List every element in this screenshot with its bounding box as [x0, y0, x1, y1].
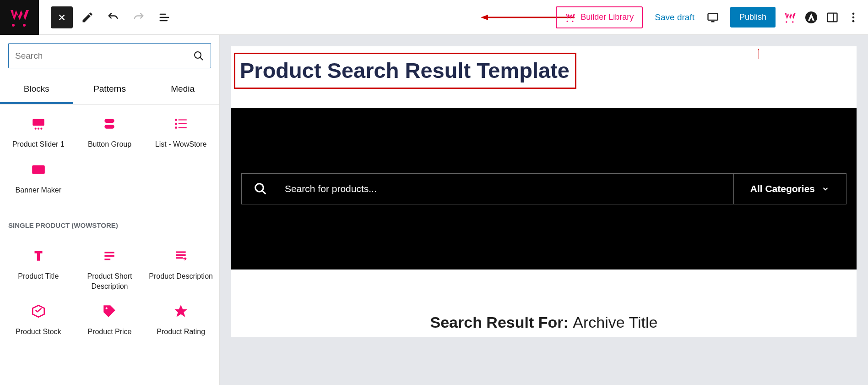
block-inserter-sidebar: Blocks Patterns Media Product Slider 1 B… — [0, 35, 220, 385]
undo-icon[interactable] — [102, 6, 124, 28]
svg-point-34 — [255, 184, 264, 192]
document-outline-icon[interactable] — [153, 6, 175, 28]
svg-point-8 — [852, 20, 855, 22]
svg-rect-2 — [708, 13, 717, 20]
page-title-highlight: Product Search Result Template — [234, 53, 576, 89]
search-icon — [254, 182, 267, 196]
svg-rect-32 — [176, 254, 186, 256]
svg-rect-30 — [105, 259, 111, 260]
block-list-wowstore[interactable]: List - WowStore — [145, 112, 217, 153]
svg-rect-12 — [33, 119, 44, 126]
svg-rect-31 — [176, 252, 186, 253]
block-product-slider-1[interactable]: Product Slider 1 — [3, 112, 74, 153]
svg-point-11 — [195, 52, 201, 58]
builder-library-icon — [565, 12, 576, 23]
top-toolbar: Builder Library Save draft Publish — [0, 0, 868, 35]
rating-icon — [173, 303, 189, 319]
astra-icon[interactable] — [805, 11, 818, 24]
search-icon — [193, 50, 204, 61]
wowstore-pink-icon[interactable] — [784, 11, 797, 24]
stock-icon — [30, 303, 47, 319]
svg-rect-20 — [175, 123, 177, 125]
chevron-down-icon — [821, 185, 830, 193]
publish-button[interactable]: Publish — [730, 7, 776, 28]
svg-rect-4 — [828, 13, 837, 22]
sidebar-toggle-icon[interactable] — [826, 11, 839, 24]
redo-icon[interactable] — [128, 6, 150, 28]
preview-icon[interactable] — [706, 11, 719, 24]
category-dropdown[interactable]: All Categories — [734, 173, 846, 204]
svg-rect-28 — [105, 252, 114, 253]
search-hero-block[interactable]: Search for products... All Categories — [231, 108, 857, 270]
block-product-rating[interactable]: Product Rating — [145, 299, 217, 341]
block-product-stock[interactable]: Product Stock — [3, 299, 74, 341]
builder-library-button[interactable]: Builder Library — [556, 6, 643, 28]
save-draft-button[interactable]: Save draft — [655, 12, 694, 22]
page-title[interactable]: Product Search Result Template — [240, 58, 570, 83]
block-product-short-description[interactable]: Product Short Description — [74, 244, 146, 295]
button-group-icon — [101, 116, 118, 132]
block-banner-maker[interactable]: Banner Maker — [3, 158, 74, 199]
svg-rect-25 — [34, 167, 37, 170]
svg-rect-29 — [105, 255, 114, 257]
svg-rect-33 — [176, 257, 183, 258]
svg-rect-18 — [175, 119, 177, 121]
svg-rect-19 — [179, 119, 187, 120]
svg-point-7 — [852, 16, 855, 18]
banner-icon — [30, 161, 47, 178]
svg-marker-1 — [481, 15, 488, 20]
edit-icon[interactable] — [76, 6, 98, 28]
price-icon — [101, 303, 118, 319]
tab-patterns[interactable]: Patterns — [73, 77, 146, 104]
close-button[interactable] — [51, 6, 73, 28]
svg-point-15 — [40, 128, 42, 130]
section-single-product: SINGLE PRODUCT (WOWSTORE) — [0, 209, 219, 236]
block-product-title[interactable]: Product Title — [3, 244, 74, 295]
block-product-price[interactable]: Product Price — [74, 299, 146, 341]
wowstore-logo[interactable] — [0, 0, 39, 35]
svg-rect-21 — [179, 123, 187, 124]
svg-rect-22 — [175, 126, 177, 128]
inserter-tabs: Blocks Patterns Media — [0, 77, 219, 104]
product-search-input[interactable]: Search for products... — [241, 173, 734, 204]
editor-canvas[interactable]: Product Search Result Template Search fo… — [220, 35, 868, 385]
slider-icon — [30, 116, 47, 132]
tab-blocks[interactable]: Blocks — [0, 77, 73, 104]
title-icon — [30, 248, 47, 264]
short-desc-icon — [101, 248, 118, 264]
svg-rect-23 — [179, 127, 187, 128]
more-options-icon[interactable] — [847, 11, 860, 24]
svg-point-13 — [34, 128, 36, 130]
svg-point-6 — [852, 12, 855, 15]
tab-media[interactable]: Media — [146, 77, 219, 104]
svg-rect-16 — [105, 119, 114, 123]
block-search-input[interactable] — [8, 43, 211, 68]
svg-point-14 — [38, 128, 39, 130]
search-result-heading[interactable]: Search Result For: Archive Title — [231, 270, 857, 337]
list-icon — [173, 116, 189, 132]
block-button-group[interactable]: Button Group — [74, 112, 146, 153]
desc-icon — [173, 248, 189, 264]
block-product-description[interactable]: Product Description — [145, 244, 217, 295]
svg-rect-17 — [105, 125, 114, 129]
